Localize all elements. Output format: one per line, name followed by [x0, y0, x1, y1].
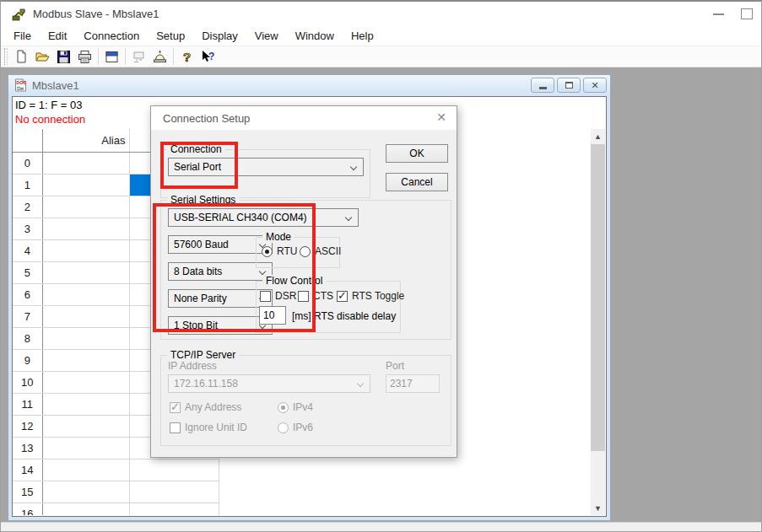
grid-cell[interactable] [42, 239, 129, 261]
menu-item-edit[interactable]: Edit [40, 27, 75, 45]
scrollbar-thumb[interactable] [591, 144, 605, 451]
grid-cell[interactable] [42, 327, 129, 349]
save-file-button[interactable] [53, 46, 74, 67]
grid-cell[interactable] [42, 459, 129, 481]
print-button[interactable] [74, 46, 95, 67]
open-file-icon [35, 50, 50, 64]
rts-toggle-label: RTS Toggle [352, 290, 404, 302]
grid-cell[interactable] [42, 152, 129, 174]
grid-cell[interactable] [42, 371, 129, 393]
toolbar-separator [98, 48, 99, 65]
dsr-option[interactable]: DSR [260, 290, 296, 302]
row-header-7[interactable]: 7 [13, 305, 42, 327]
scroll-down-icon[interactable]: ▼ [591, 501, 605, 515]
document-titlebar[interactable]: DOC Mbslave1 ✕ [8, 75, 610, 95]
toolbar: ? ? [1, 46, 761, 67]
rtu-radio[interactable] [262, 246, 273, 257]
menu-item-connection[interactable]: Connection [75, 27, 148, 45]
row-header-15[interactable]: 15 [13, 481, 42, 502]
grid-cell[interactable] [42, 283, 129, 305]
help-button[interactable]: ? [176, 46, 197, 67]
alias-column-header[interactable]: Alias [42, 129, 129, 152]
menu-item-help[interactable]: Help [343, 27, 382, 45]
ignore-unit-id-label: Ignore Unit ID [185, 422, 247, 433]
menu-item-view[interactable]: View [246, 27, 287, 45]
grid-cell[interactable] [42, 218, 129, 239]
maximize-button[interactable] [732, 2, 761, 26]
row-header-12[interactable]: 12 [13, 415, 42, 437]
menubar: FileEditConnectionSetupDisplayViewWindow… [1, 26, 761, 46]
row-header-13[interactable]: 13 [13, 437, 42, 459]
dialog-title: Connection Setup [163, 112, 250, 125]
grid-cell[interactable] [129, 502, 219, 515]
dialog-close-icon[interactable]: ✕ [436, 110, 446, 124]
row-header-0[interactable]: 0 [13, 152, 42, 174]
grid-cell[interactable] [42, 196, 129, 218]
titlebar[interactable]: Modbus Slave - Mbslave1 [1, 2, 761, 26]
row-header-4[interactable]: 4 [13, 239, 42, 261]
dialog-titlebar[interactable]: Connection Setup ✕ [151, 106, 457, 130]
row-header-10[interactable]: 10 [13, 371, 42, 393]
grid-cell[interactable] [42, 261, 129, 283]
grid-cell[interactable] [129, 459, 219, 481]
ok-button[interactable]: OK [386, 144, 448, 163]
row-header-11[interactable]: 11 [13, 393, 42, 415]
grid-cell[interactable] [129, 481, 219, 502]
menu-item-display[interactable]: Display [193, 27, 246, 45]
menu-item-setup[interactable]: Setup [148, 27, 193, 45]
cts-option[interactable]: CTS [298, 290, 333, 302]
grid-cell[interactable] [42, 437, 129, 459]
row-header-16[interactable]: 16 [13, 502, 42, 515]
row-header-3[interactable]: 3 [13, 218, 42, 239]
toolbar-grip[interactable] [4, 48, 8, 65]
row-header-14[interactable]: 14 [13, 459, 42, 481]
setup-button[interactable] [149, 46, 170, 67]
child-restore-button[interactable] [557, 78, 581, 93]
grid-cell[interactable] [42, 393, 129, 415]
rts-toggle-option[interactable]: RTS Toggle [337, 290, 404, 302]
vertical-scrollbar[interactable]: ▲ ▼ [591, 129, 605, 515]
new-file-button[interactable] [11, 46, 32, 67]
any-address-checkbox [170, 402, 181, 413]
cancel-button[interactable]: Cancel [386, 173, 448, 191]
grid-cell[interactable] [42, 174, 129, 196]
minimize-button[interactable] [704, 2, 732, 26]
grid-cell[interactable] [42, 349, 129, 371]
mode-ascii-option[interactable]: ASCII [300, 245, 341, 257]
ascii-radio[interactable] [300, 246, 311, 257]
ignore-unit-id-option[interactable]: Ignore Unit ID [170, 422, 247, 433]
grid-cell[interactable] [42, 481, 129, 502]
menu-item-window[interactable]: Window [287, 27, 343, 45]
row-header-8[interactable]: 8 [13, 327, 42, 349]
grid-cell[interactable] [42, 502, 129, 515]
table-row: 16 [13, 502, 219, 515]
ipv6-option: IPv6 [278, 422, 313, 433]
display-definition-button[interactable] [101, 46, 122, 67]
baud-rate-value: 57600 Baud [174, 239, 229, 250]
row-header-1[interactable]: 1 [13, 174, 42, 196]
grid-cell[interactable] [42, 305, 129, 327]
cts-checkbox[interactable] [298, 291, 309, 302]
open-file-button[interactable] [32, 46, 53, 67]
rts-toggle-checkbox[interactable] [337, 291, 348, 302]
grid-cell[interactable] [42, 415, 129, 437]
rts-delay-input[interactable] [259, 306, 286, 325]
child-minimize-button[interactable] [531, 78, 554, 93]
scroll-up-icon[interactable]: ▲ [591, 129, 605, 143]
row-header-9[interactable]: 9 [13, 349, 42, 371]
menu-item-file[interactable]: File [5, 27, 40, 45]
mode-rtu-option[interactable]: RTU [262, 245, 297, 257]
poll-definition-button[interactable] [128, 46, 149, 67]
row-header-5[interactable]: 5 [13, 261, 42, 283]
child-close-button[interactable]: ✕ [583, 78, 607, 93]
ignore-unit-id-checkbox[interactable] [170, 422, 181, 433]
row-header-2[interactable]: 2 [13, 196, 42, 218]
serial-port-select[interactable]: USB-SERIAL CH340 (COM4) [168, 208, 359, 227]
child-restore-icon [565, 82, 573, 89]
connection-type-select[interactable]: Serial Port [168, 158, 364, 176]
ascii-label: ASCII [315, 245, 341, 257]
grid-corner-cell[interactable] [13, 129, 42, 152]
context-help-button[interactable]: ? [197, 46, 219, 67]
row-header-6[interactable]: 6 [13, 283, 42, 305]
dsr-checkbox[interactable] [260, 291, 271, 302]
